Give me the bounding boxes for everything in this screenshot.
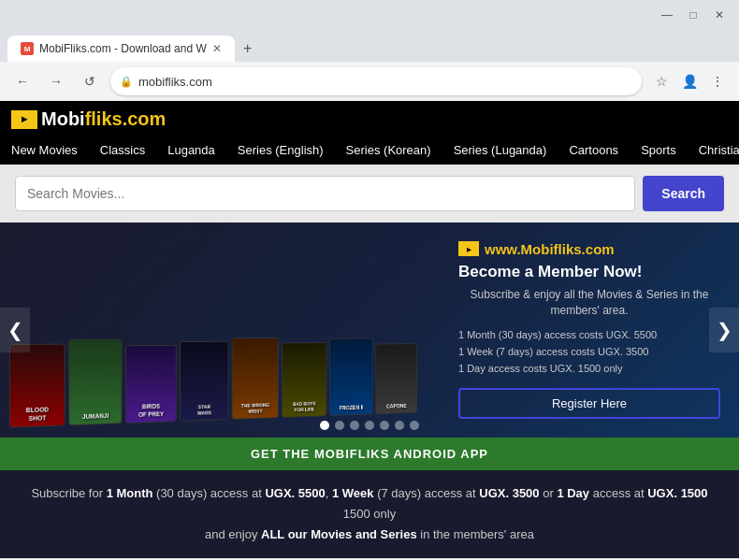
subscribe-line1f: access at	[589, 486, 647, 500]
poster-birds-of-prey: BIRDSOF PREY	[125, 345, 177, 424]
hero-section: ❮ BLOODSHOT JUMANJI BIRDSOF PREY	[0, 223, 739, 438]
subscribe-section: Subscribe for 1 Month (30 days) access a…	[0, 470, 739, 558]
subscribe-1week: 1 Week	[332, 486, 374, 500]
search-bar: Search	[0, 165, 739, 223]
poster-bad-boys: BAD BOYSFOR LIFE	[282, 342, 326, 418]
minimize-button[interactable]: —	[655, 3, 679, 27]
subscribe-comma: ,	[326, 486, 332, 500]
close-button[interactable]: ✕	[707, 3, 732, 27]
subscribe-all: ALL our Movies and Series	[261, 527, 417, 541]
hero-subtitle: Subscribe & enjoy all the Movies & Serie…	[458, 287, 720, 319]
carousel-dot-7[interactable]	[410, 421, 419, 430]
forward-button[interactable]: →	[43, 68, 69, 94]
poster-star-wars: STARWARS	[180, 341, 228, 422]
carousel-dot-4[interactable]	[365, 421, 374, 430]
new-tab-button[interactable]: +	[235, 36, 261, 62]
nav-item-luganda[interactable]: Luganda	[156, 136, 226, 165]
nav-item-christian[interactable]: Christian	[688, 136, 739, 165]
subscribe-ugx5500: UGX. 5500	[265, 486, 325, 500]
site-header: ▶ Mobifliks.com	[0, 101, 739, 130]
carousel-dot-5[interactable]	[380, 421, 389, 430]
site-content: ▶ Mobifliks.com New Movies Classics Luga…	[0, 101, 739, 558]
site-nav: New Movies Classics Luganda Series (Engl…	[0, 136, 739, 165]
nav-item-series-english[interactable]: Series (English)	[226, 136, 335, 165]
app-banner-text: GET THE MOBIFLIKS ANDROID APP	[9, 447, 730, 461]
poster-wrong-missy: THE WRONGMISSY	[232, 337, 279, 420]
logo-play-icon: ▶	[22, 115, 27, 123]
lock-icon: 🔒	[120, 76, 133, 88]
subscribe-ugx1500: UGX. 1500	[647, 486, 707, 500]
maximize-button[interactable]: □	[681, 3, 705, 27]
hero-prev-button[interactable]: ❮	[0, 308, 30, 352]
search-input[interactable]	[15, 176, 635, 211]
reload-button[interactable]: ↺	[77, 68, 103, 94]
pricing-line-1: 1 Month (30 days) access costs UGX. 5500	[458, 327, 720, 344]
hero-posters: BLOODSHOT JUMANJI BIRDSOF PREY STARWARS	[0, 223, 440, 438]
bookmark-button[interactable]: ☆	[649, 69, 674, 93]
poster-capone: CAPONE	[375, 343, 416, 414]
subscribe-ugx3500: UGX. 3500	[479, 486, 539, 500]
subscribe-only: 1500 only	[343, 507, 396, 521]
tab-bar: M MobiFliks.com - Download and W ✕ +	[0, 30, 739, 62]
carousel-dot-3[interactable]	[350, 421, 359, 430]
tab-title: MobiFliks.com - Download and W	[39, 42, 207, 55]
poster-jumanji: JUMANJI	[68, 339, 122, 426]
nav-item-series-korean[interactable]: Series (Korean)	[335, 136, 442, 165]
site-logo: ▶ Mobifliks.com	[11, 108, 728, 130]
hero-title: Become a Member Now!	[458, 263, 720, 281]
hero-next-button[interactable]: ❯	[709, 308, 739, 352]
poster-frozen2: FROZEN II	[329, 338, 372, 416]
active-tab[interactable]: M MobiFliks.com - Download and W ✕	[7, 36, 235, 62]
subscribe-or: or	[540, 486, 558, 500]
hero-brand-icon: ▶	[458, 241, 479, 256]
register-button[interactable]: Register Here	[458, 388, 720, 419]
pricing-line-3: 1 Day access costs UGX. 1500 only	[458, 361, 720, 378]
address-bar: ← → ↺ 🔒 mobifliks.com ☆ 👤 ⋮	[0, 62, 739, 101]
hero-promo: ▶ www.Mobifliks.com Become a Member Now!…	[440, 223, 739, 438]
subscribe-members: in the members' area	[417, 527, 534, 541]
subscribe-line1b: (30 days) access at	[152, 486, 265, 500]
address-bar-actions: ☆ 👤 ⋮	[649, 69, 730, 93]
nav-item-cartoons[interactable]: Cartoons	[558, 136, 630, 165]
logo-icon: ▶	[11, 110, 37, 129]
nav-item-series-luganda[interactable]: Series (Luganda)	[442, 136, 558, 165]
hero-pricing: 1 Month (30 days) access costs UGX. 5500…	[458, 327, 720, 377]
poster-bloodshot: BLOODSHOT	[9, 344, 65, 428]
subscribe-line1d: (7 days) access at	[374, 486, 480, 500]
subscribe-text: Subscribe for 1 Month (30 days) access a…	[19, 483, 720, 545]
app-banner[interactable]: GET THE MOBIFLIKS ANDROID APP	[0, 438, 739, 470]
subscribe-1day: 1 Day	[557, 486, 589, 500]
carousel-dot-1[interactable]	[320, 421, 329, 430]
back-button[interactable]: ←	[9, 68, 36, 94]
nav-item-sports[interactable]: Sports	[630, 136, 688, 165]
search-button[interactable]: Search	[643, 176, 724, 211]
account-button[interactable]: 👤	[677, 69, 702, 93]
tab-favicon: M	[21, 42, 34, 55]
nav-item-classics[interactable]: Classics	[89, 136, 156, 165]
tab-close-button[interactable]: ✕	[212, 42, 222, 55]
subscribe-enjoy: and enjoy	[205, 527, 261, 541]
movie-posters-container: BLOODSHOT JUMANJI BIRDSOF PREY STARWARS	[0, 223, 374, 438]
carousel-dot-6[interactable]	[395, 421, 404, 430]
url-text: mobifliks.com	[138, 75, 212, 89]
pricing-line-2: 1 Week (7 days) access costs UGX. 3500	[458, 344, 720, 361]
menu-button[interactable]: ⋮	[705, 69, 730, 93]
nav-item-new-movies[interactable]: New Movies	[0, 136, 89, 165]
hero-brand-text: www.Mobifliks.com	[485, 241, 615, 257]
carousel-dots	[320, 421, 419, 430]
subscribe-1month: 1 Month	[107, 486, 153, 500]
logo-text: Mobifliks.com	[41, 108, 166, 130]
carousel-dot-2[interactable]	[335, 421, 344, 430]
url-bar[interactable]: 🔒 mobifliks.com	[110, 67, 642, 95]
subscribe-line1: Subscribe for	[31, 486, 106, 500]
window-titlebar: — □ ✕	[0, 0, 739, 30]
hero-brand: ▶ www.Mobifliks.com	[458, 241, 720, 257]
